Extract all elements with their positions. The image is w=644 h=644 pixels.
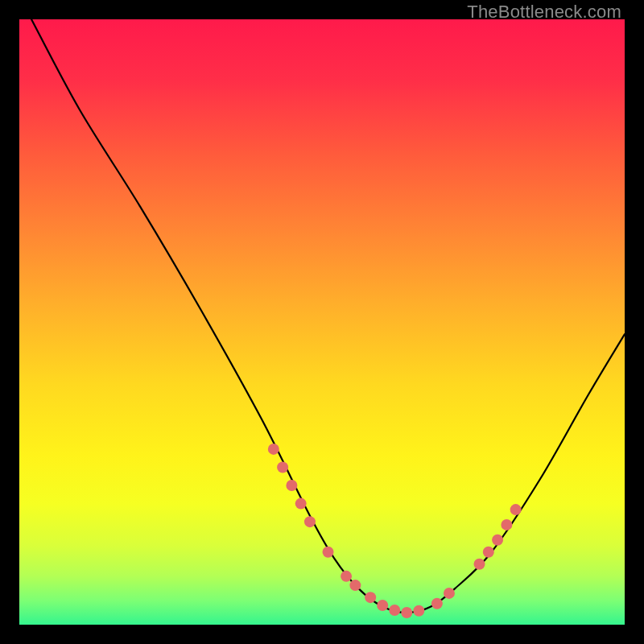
- highlight-dots: [268, 444, 522, 618]
- highlight-dot: [295, 498, 307, 510]
- curve-layer: [19, 19, 625, 625]
- highlight-dot: [401, 607, 412, 618]
- highlight-dot: [377, 600, 388, 611]
- highlight-dot: [492, 535, 503, 546]
- chart-frame: TheBottleneck.com: [0, 0, 644, 644]
- highlight-dot: [268, 444, 279, 455]
- highlight-dot: [323, 547, 334, 558]
- highlight-dot: [413, 605, 424, 617]
- highlight-dot: [365, 592, 376, 603]
- highlight-dot: [277, 461, 288, 473]
- highlight-dot: [286, 480, 297, 491]
- highlight-dot: [389, 605, 400, 616]
- highlight-dot: [510, 504, 522, 515]
- highlight-dot: [501, 519, 512, 530]
- plot-area: [19, 19, 625, 625]
- highlight-dot: [341, 571, 352, 582]
- watermark-text: TheBottleneck.com: [467, 2, 621, 23]
- highlight-dot: [444, 588, 455, 599]
- bottleneck-curve: [31, 19, 625, 613]
- highlight-dot: [474, 559, 485, 570]
- highlight-dot: [483, 547, 494, 558]
- highlight-dot: [304, 516, 316, 527]
- highlight-dot: [349, 580, 361, 591]
- highlight-dot: [431, 598, 443, 609]
